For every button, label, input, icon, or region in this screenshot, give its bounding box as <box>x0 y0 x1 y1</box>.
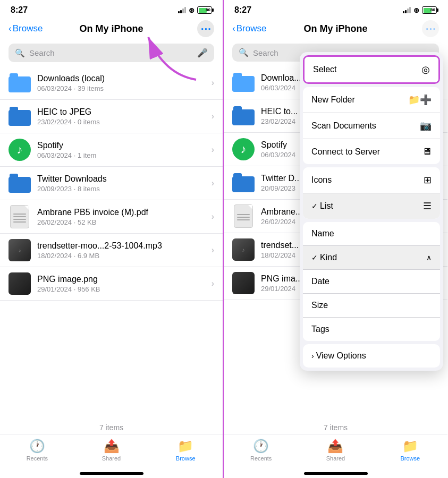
home-indicator-right <box>304 472 368 475</box>
connect-server-label: Connect to Server <box>311 147 380 157</box>
dropdown-view-options[interactable]: › View Options <box>303 344 440 368</box>
kind-label: Kind <box>320 253 337 262</box>
signal-icon-right <box>403 7 411 13</box>
tab-bar-left: 🕐 Recents 📤 Shared 📁 Browse <box>0 434 223 472</box>
back-button-left[interactable]: ‹ Browse <box>9 23 43 34</box>
pdf-icon-left <box>9 206 31 228</box>
name-label: Name <box>311 229 334 238</box>
file-name-mp3-left: trendsetter-moo...2-53-1004.mp3 <box>37 241 212 251</box>
dropdown-new-folder[interactable]: New Folder 📁➕ <box>303 87 440 113</box>
file-item-heic-left[interactable]: HEIC to JPEG 23/02/2024 · 0 items › <box>0 100 223 133</box>
size-label: Size <box>311 301 328 310</box>
spotify-logo-left: ♪ <box>9 139 31 161</box>
chevron-left-icon: ‹ <box>9 23 12 34</box>
dropdown-list[interactable]: ✓ List ☰ <box>303 193 440 219</box>
file-meta-mp3-left: 18/02/2024 · 6.9 MB <box>37 252 212 260</box>
icons-label: Icons <box>311 175 332 185</box>
recents-tab-icon-right: 🕐 <box>253 439 269 454</box>
tab-browse-right[interactable]: 📁 Browse <box>373 439 447 462</box>
list-label: List <box>320 201 333 211</box>
tab-shared-label-left: Shared <box>102 455 121 462</box>
kind-check-icon: ✓ <box>311 253 318 262</box>
browse-tab-icon-right: 📁 <box>402 439 418 454</box>
home-indicator-left <box>80 472 143 475</box>
scan-icon: 📷 <box>420 120 432 132</box>
time-right: 8:27 <box>234 5 251 15</box>
file-info-heic-left: HEIC to JPEG 23/02/2024 · 0 items <box>37 107 212 126</box>
pdf-icon-right <box>232 205 255 227</box>
more-button-left[interactable]: ⋯ <box>197 20 214 37</box>
select-checkmark-icon: ◎ <box>421 64 430 75</box>
item-count-right: 7 items <box>224 418 447 434</box>
dropdown-connect-server[interactable]: Connect to Server 🖥 <box>303 139 440 164</box>
file-item-png-left[interactable]: PNG image.png 29/01/2024 · 956 KB › <box>0 267 223 301</box>
dropdown-icons[interactable]: Icons ⊞ <box>303 167 440 193</box>
dropdown-select[interactable]: Select ◎ <box>305 57 438 82</box>
folder-icon-downloads-right <box>232 71 255 93</box>
search-bar-left[interactable]: 🔍 Search 🎤 <box>9 44 214 62</box>
tab-browse-left[interactable]: 📁 Browse <box>148 439 223 462</box>
file-list-left: Downloads (local) 06/03/2024 · 39 items … <box>0 66 223 418</box>
folder-icon-heic-left <box>9 105 31 127</box>
file-item-pdf-left[interactable]: Ambrane PB5 invoice (M).pdf 26/02/2024 ·… <box>0 200 223 234</box>
dropdown-kind[interactable]: ✓ Kind ∧ <box>303 246 440 270</box>
back-button-right[interactable]: ‹ Browse <box>232 23 266 34</box>
tab-bar-right: 🕐 Recents 📤 Shared 📁 Browse <box>224 434 447 472</box>
tab-browse-label-left: Browse <box>176 455 196 462</box>
file-meta-heic-left: 23/02/2024 · 0 items <box>37 118 212 126</box>
file-name-heic-left: HEIC to JPEG <box>37 107 212 117</box>
file-meta-twitter-left: 20/09/2023 · 8 items <box>37 185 212 193</box>
item-count-left: 7 items <box>0 418 223 434</box>
left-panel: 8:27 ⊛ 80 ‹ Browse On My iPhone ⋯ <box>0 0 224 478</box>
back-label-right: Browse <box>236 23 267 34</box>
mp3-icon-left: ♪ <box>9 239 31 261</box>
chevron-icon-heic-left: › <box>212 112 214 121</box>
nav-title-left: On My iPhone <box>79 23 143 35</box>
file-meta-downloads-left: 06/03/2024 · 39 items <box>37 84 212 92</box>
dropdown-date[interactable]: Date <box>303 270 440 294</box>
dropdown-tags[interactable]: Tags <box>303 318 440 341</box>
status-bar-right: 8:27 ⊛ 80 <box>224 0 447 18</box>
wifi-icon-right: ⊛ <box>413 6 419 14</box>
tab-shared-right[interactable]: 📤 Shared <box>298 439 373 462</box>
file-info-mp3-left: trendsetter-moo...2-53-1004.mp3 18/02/20… <box>37 241 212 260</box>
spotify-icon-right: ♪ <box>232 138 255 160</box>
view-options-label: View Options <box>316 351 366 361</box>
battery-icon: 80 <box>197 6 212 14</box>
dropdown-scan-documents[interactable]: Scan Documents 📷 <box>303 113 440 139</box>
nav-title-right: On My iPhone <box>303 23 367 35</box>
scan-documents-label: Scan Documents <box>311 121 376 131</box>
tab-recents-right[interactable]: 🕐 Recents <box>224 439 298 462</box>
file-meta-spotify-left: 06/03/2024 · 1 item <box>37 151 212 159</box>
file-item-spotify-left[interactable]: ♪ Spotify 06/03/2024 · 1 item › <box>0 133 223 167</box>
shared-tab-icon-left: 📤 <box>104 439 120 454</box>
right-panel: 8:27 ⊛ 80 ‹ Browse On My iPhone ⋯ 🔍 <box>224 0 447 478</box>
dropdown-name[interactable]: Name <box>303 222 440 246</box>
tags-label: Tags <box>311 325 329 334</box>
chevron-icon-pdf-left: › <box>212 212 214 221</box>
file-info-downloads-left: Downloads (local) 06/03/2024 · 39 items <box>37 74 212 92</box>
tab-shared-label-right: Shared <box>326 455 345 462</box>
wifi-icon: ⊛ <box>189 6 195 14</box>
status-icons-right: ⊛ 80 <box>403 6 437 14</box>
select-label: Select <box>313 65 336 74</box>
folder-icon-heic-right <box>232 105 255 127</box>
date-label: Date <box>311 277 329 286</box>
dropdown-size[interactable]: Size <box>303 294 440 318</box>
tab-browse-label-right: Browse <box>400 455 420 462</box>
status-bar-left: 8:27 ⊛ 80 <box>0 0 223 18</box>
file-item-downloads-left[interactable]: Downloads (local) 06/03/2024 · 39 items … <box>0 66 223 100</box>
file-item-twitter-left[interactable]: Twitter Downloads 20/09/2023 · 8 items › <box>0 167 223 200</box>
mic-icon-left[interactable]: 🎤 <box>197 48 208 58</box>
icons-view-icon: ⊞ <box>424 174 432 186</box>
spotify-icon-left: ♪ <box>9 139 31 161</box>
file-info-twitter-left: Twitter Downloads 20/09/2023 · 8 items <box>37 174 212 193</box>
file-item-mp3-left[interactable]: ♪ trendsetter-moo...2-53-1004.mp3 18/02/… <box>0 234 223 267</box>
tab-recents-left[interactable]: 🕐 Recents <box>0 439 74 462</box>
more-button-right[interactable]: ⋯ <box>422 20 439 37</box>
tab-shared-left[interactable]: 📤 Shared <box>74 439 149 462</box>
battery-icon-right: 80 <box>422 6 437 14</box>
file-info-png-left: PNG image.png 29/01/2024 · 956 KB <box>37 275 212 293</box>
file-name-spotify-left: Spotify <box>37 141 212 150</box>
png-icon-left <box>9 272 31 295</box>
